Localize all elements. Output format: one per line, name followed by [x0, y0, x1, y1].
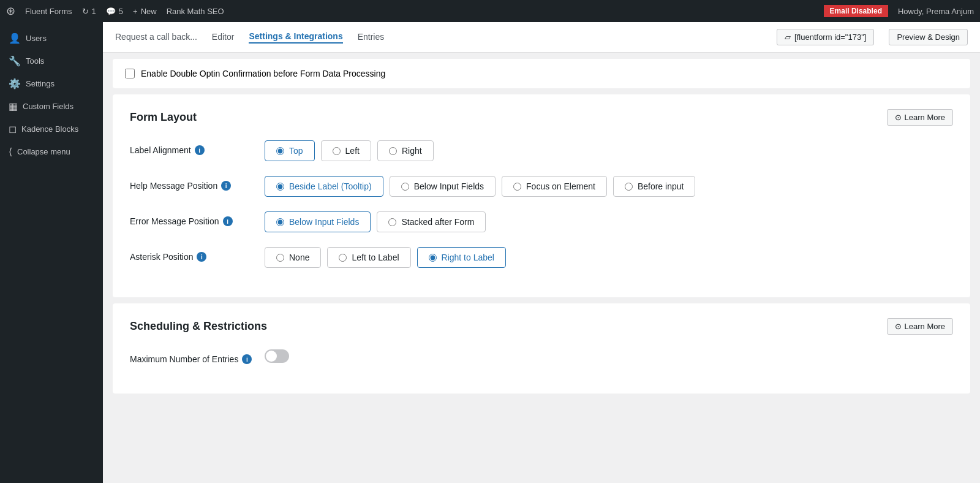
new-content-link[interactable]: + New: [133, 7, 157, 16]
collapse-icon: ⟨: [9, 146, 12, 158]
comment-count: 5: [119, 7, 123, 16]
asterisk-option-left-to-label[interactable]: Left to Label: [327, 247, 410, 268]
sidebar-item-users[interactable]: 👤 Users: [0, 27, 103, 50]
sidebar-item-kadence-blocks[interactable]: ◻ Kadence Blocks: [0, 118, 103, 140]
help-msg-option-below-input[interactable]: Below Input Fields: [390, 176, 496, 197]
help-msg-option-focus-on-element[interactable]: Focus on Element: [502, 176, 607, 197]
scheduling-header: Scheduling & Restrictions ⊙ Learn More: [130, 318, 953, 335]
sidebar-label-tools: Tools: [26, 56, 44, 66]
asterisk-position-options: None Left to Label Right to Label: [265, 247, 506, 268]
new-label: New: [141, 7, 157, 16]
optin-section: Enable Double Optin Confirmation before …: [113, 59, 970, 88]
sidebar-item-tools[interactable]: 🔧 Tools: [0, 50, 103, 72]
main-layout: 👤 Users 🔧 Tools ⚙️ Settings ▦ Custom Fie…: [0, 22, 980, 483]
label-alignment-row: Label Alignment i Top Left: [130, 140, 953, 161]
sidebar-item-settings[interactable]: ⚙️ Settings: [0, 72, 103, 95]
error-message-position-label: Error Message Position i: [130, 211, 265, 226]
label-alignment-label: Label Alignment i: [130, 140, 265, 155]
wordpress-icon-link[interactable]: ⊛: [6, 4, 15, 18]
plugin-header: Request a call back... Editor Settings &…: [103, 22, 980, 53]
max-entries-row: Maximum Number of Entries i: [130, 349, 953, 364]
scheduling-learn-more-icon: ⊙: [895, 322, 902, 331]
wordpress-icon: ⊛: [6, 4, 15, 18]
update-icon: ↻: [82, 7, 89, 16]
asterisk-option-right-to-label[interactable]: Right to Label: [417, 247, 506, 268]
shortcode-text: [fluentform id="173"]: [794, 32, 866, 42]
shortcode-badge[interactable]: ▱ [fluentform id="173"]: [777, 29, 874, 45]
rank-math-label: Rank Math SEO: [167, 7, 224, 16]
error-message-position-row: Error Message Position i Below Input Fie…: [130, 211, 953, 232]
shortcode-icon: ▱: [785, 32, 791, 42]
label-alignment-option-right[interactable]: Right: [377, 140, 434, 161]
error-message-info-icon[interactable]: i: [223, 216, 233, 226]
users-icon: 👤: [9, 32, 21, 44]
asterisk-option-none[interactable]: None: [265, 247, 321, 268]
site-name-link[interactable]: Fluent Forms: [25, 7, 72, 16]
form-layout-title: Form Layout: [130, 111, 197, 124]
tab-entries[interactable]: Entries: [358, 32, 385, 43]
tools-icon: 🔧: [9, 55, 21, 67]
sidebar-item-collapse[interactable]: ⟨ Collapse menu: [0, 140, 103, 163]
content-area: Request a call back... Editor Settings &…: [103, 22, 980, 483]
scheduling-section: Scheduling & Restrictions ⊙ Learn More M…: [113, 303, 970, 394]
error-message-position-options: Below Input Fields Stacked after Form: [265, 211, 486, 232]
optin-checkbox[interactable]: [125, 69, 135, 78]
form-layout-learn-more-button[interactable]: ⊙ Learn More: [887, 109, 953, 126]
scheduling-title: Scheduling & Restrictions: [130, 320, 267, 333]
tab-settings-integrations[interactable]: Settings & Integrations: [249, 31, 342, 44]
optin-label: Enable Double Optin Confirmation before …: [141, 69, 385, 78]
site-name: Fluent Forms: [25, 7, 72, 16]
max-entries-toggle[interactable]: [265, 349, 289, 363]
comments-link[interactable]: 💬 5: [106, 7, 123, 16]
max-entries-label: Maximum Number of Entries i: [130, 349, 265, 364]
scroll-content: Enable Double Optin Confirmation before …: [103, 53, 980, 483]
sidebar-label-users: Users: [26, 34, 47, 43]
sidebar-label-collapse: Collapse menu: [17, 147, 70, 156]
label-alignment-option-left[interactable]: Left: [321, 140, 371, 161]
help-message-info-icon[interactable]: i: [221, 181, 231, 191]
sidebar-label-custom-fields: Custom Fields: [23, 102, 74, 111]
sidebar-label-settings: Settings: [26, 79, 55, 88]
label-alignment-options: Top Left Right: [265, 140, 434, 161]
help-message-position-label: Help Message Position i: [130, 176, 265, 191]
help-message-position-options: Beside Label (Tooltip) Below Input Field…: [265, 176, 695, 197]
max-entries-info-icon[interactable]: i: [242, 354, 252, 364]
rank-math-link[interactable]: Rank Math SEO: [167, 7, 224, 16]
preview-design-button[interactable]: Preview & Design: [889, 29, 968, 45]
form-layout-section: Form Layout ⊙ Learn More Label Alignment…: [113, 94, 970, 297]
label-alignment-info-icon[interactable]: i: [195, 145, 205, 155]
email-disabled-badge: Email Disabled: [824, 5, 888, 17]
tab-request[interactable]: Request a call back...: [115, 32, 197, 43]
plus-icon: +: [133, 7, 138, 16]
asterisk-position-label: Asterisk Position i: [130, 247, 265, 262]
toggle-slider: [265, 349, 289, 363]
scheduling-learn-more-button[interactable]: ⊙ Learn More: [887, 318, 953, 335]
form-layout-header: Form Layout ⊙ Learn More: [130, 109, 953, 126]
sidebar: 👤 Users 🔧 Tools ⚙️ Settings ▦ Custom Fie…: [0, 22, 103, 483]
help-message-position-row: Help Message Position i Beside Label (To…: [130, 176, 953, 197]
custom-fields-icon: ▦: [9, 101, 18, 112]
sidebar-item-custom-fields[interactable]: ▦ Custom Fields: [0, 95, 103, 118]
sidebar-label-kadence-blocks: Kadence Blocks: [21, 124, 78, 134]
asterisk-position-row: Asterisk Position i None Left to Label: [130, 247, 953, 268]
kadence-blocks-icon: ◻: [9, 123, 17, 135]
tab-editor[interactable]: Editor: [212, 32, 235, 43]
learn-more-icon: ⊙: [895, 113, 902, 122]
howdy-user[interactable]: Howdy, Prema Anjum: [898, 7, 974, 16]
label-alignment-option-top[interactable]: Top: [265, 140, 315, 161]
error-msg-option-stacked[interactable]: Stacked after Form: [377, 211, 486, 232]
error-msg-option-below-input[interactable]: Below Input Fields: [265, 211, 371, 232]
comment-icon: 💬: [106, 7, 116, 16]
admin-bar: ⊛ Fluent Forms ↻ 1 💬 5 + New Rank Math S…: [0, 0, 980, 22]
updates-link[interactable]: ↻ 1: [82, 7, 96, 16]
update-count: 1: [92, 7, 96, 16]
help-msg-option-before-input[interactable]: Before input: [613, 176, 696, 197]
settings-icon: ⚙️: [9, 78, 21, 89]
optin-checkbox-row: Enable Double Optin Confirmation before …: [125, 69, 958, 78]
asterisk-position-info-icon[interactable]: i: [197, 252, 206, 262]
howdy-text: Howdy, Prema Anjum: [898, 7, 974, 16]
help-msg-option-beside-label[interactable]: Beside Label (Tooltip): [265, 176, 383, 197]
